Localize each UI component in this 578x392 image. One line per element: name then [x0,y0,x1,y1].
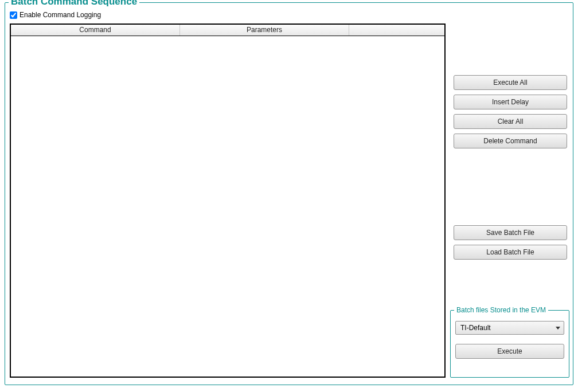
col-spacer [349,25,444,36]
right-button-panel: Execute All Insert Delay Clear All Delet… [451,23,569,264]
command-table-header: Command Parameters [11,25,444,36]
enable-logging-label: Enable Command Logging [19,11,101,19]
group-title: Batch Command Sequence [9,0,139,7]
col-parameters[interactable]: Parameters [180,25,349,36]
execute-all-button[interactable]: Execute All [454,75,567,90]
evm-batch-select[interactable]: TI-Default [455,321,564,335]
insert-delay-button[interactable]: Insert Delay [454,95,567,109]
enable-logging-row: Enable Command Logging [10,11,101,19]
enable-logging-checkbox[interactable] [10,11,17,19]
load-batch-file-button[interactable]: Load Batch File [454,245,567,260]
evm-batch-selected: TI-Default [460,324,491,332]
batch-command-sequence-group: Batch Command Sequence Enable Command Lo… [5,2,573,385]
chevron-down-icon [556,327,560,330]
delete-command-button[interactable]: Delete Command [454,134,567,148]
col-command[interactable]: Command [11,25,180,36]
save-batch-file-button[interactable]: Save Batch File [454,225,567,240]
evm-batch-group: Batch files Stored in the EVM TI-Default… [450,310,569,378]
command-table[interactable]: Command Parameters [10,23,446,378]
evm-execute-button[interactable]: Execute [455,344,564,359]
evm-group-title: Batch files Stored in the EVM [454,306,548,314]
clear-all-button[interactable]: Clear All [454,114,567,129]
